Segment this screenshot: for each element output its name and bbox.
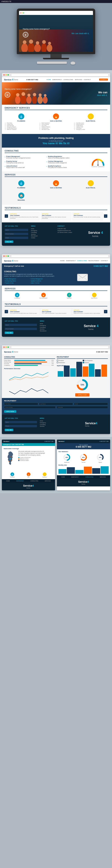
testimonials-next[interactable]: › xyxy=(104,214,107,218)
footer-nav-emergency[interactable]: EMERGENCY xyxy=(16,480,24,482)
contact-button[interactable]: Contact Us xyxy=(99,79,108,81)
footer-nav-consulting[interactable]: CONSULTING xyxy=(30,480,38,482)
consulting-link-1[interactable]: › Project Management xyxy=(4,278,29,280)
coverage-dot-2 xyxy=(18,459,20,460)
imac-hero-left: Having some home emergency? ▶ xyxy=(23,28,50,39)
service-2-building-name: BUILDING xyxy=(5,199,37,201)
footer-3-menu-home[interactable]: Home xyxy=(40,420,72,422)
nav-home[interactable]: HOME xyxy=(47,79,51,81)
testimonials-2-prev[interactable]: ‹ xyxy=(5,310,8,313)
footer-3-name[interactable] xyxy=(5,421,37,423)
browser-2-address[interactable] xyxy=(11,255,109,257)
browser-2-dot-max[interactable] xyxy=(7,255,9,257)
consulting-link-4[interactable]: › Quality/Compliance xyxy=(30,280,55,282)
footer-nav-home[interactable]: HOME xyxy=(6,480,10,482)
nav2-contact[interactable]: CONTACT xyxy=(101,260,108,261)
footer-3-menu-consulting[interactable]: Consulting xyxy=(40,424,72,426)
footer-2-menu-home[interactable]: Home xyxy=(40,323,72,325)
footer-3-phone[interactable] xyxy=(5,425,37,427)
footer-3-menu-services[interactable]: Services xyxy=(40,426,72,427)
footer-2-call-button[interactable]: CALL ME xyxy=(5,332,13,334)
imac-screen-inner: Having some home emergency? ▶ We can dea… xyxy=(19,11,93,52)
progress-row-4: Compliance 65% xyxy=(4,365,55,366)
nav-consulting[interactable]: CONSULTING xyxy=(63,79,73,81)
nav2-consulting[interactable]: CONSULTING xyxy=(77,260,87,261)
nav-services[interactable]: SERVICES xyxy=(75,79,82,81)
nav2-home[interactable]: HOME xyxy=(60,260,64,261)
site-phone: 0 845 5577 992 xyxy=(27,79,38,81)
footer-email-input[interactable] xyxy=(5,237,28,239)
footer-nav-r-consulting[interactable]: CONSULTING xyxy=(85,476,93,478)
line-chart-title: Performance Overview xyxy=(4,368,55,369)
recruitment-lastname[interactable] xyxy=(39,403,73,405)
nav2-emergency[interactable]: EMERGENCY xyxy=(66,260,76,261)
footer-2-menu-services[interactable]: Services xyxy=(40,328,72,330)
footer-menu-recruitment[interactable]: Recruitment xyxy=(31,235,55,237)
svg-point-17 xyxy=(33,93,36,96)
recruitment-trade[interactable] xyxy=(57,406,108,409)
nav2-recruitment[interactable]: RECRUITMENT xyxy=(88,260,99,261)
consulting-link-2[interactable]: › Contract Management xyxy=(30,278,55,280)
gas-list: Boiler Breakdown Central Heating Gas Lea… xyxy=(40,122,72,130)
browser-dot-max[interactable] xyxy=(7,74,9,75)
browser-dot-min[interactable] xyxy=(5,74,7,75)
hero-play-btn[interactable]: ▶ xyxy=(5,92,10,98)
progress-row-2: Building Regs 90% xyxy=(4,362,55,363)
wide-dot-max[interactable] xyxy=(7,346,9,348)
nav-contact[interactable]: CONTACT xyxy=(84,79,91,81)
footer-2-suffix: home. xyxy=(84,328,99,330)
footer-2-name-input[interactable] xyxy=(5,324,37,326)
footer-nav-r-home[interactable]: HOME xyxy=(61,476,65,478)
spread-gas-label: Gas xyxy=(28,476,29,478)
browser-dot-close[interactable] xyxy=(3,74,5,75)
footer-3-btn[interactable]: CALL ME xyxy=(5,429,13,431)
footer-name-input[interactable] xyxy=(5,229,28,231)
browser-2-dot-min[interactable] xyxy=(5,255,7,257)
testimonials-2-next[interactable]: › xyxy=(104,310,107,313)
testimonials-prev[interactable]: ‹ xyxy=(5,214,8,218)
wide-dot-min[interactable] xyxy=(5,346,7,348)
testimonial-2-3-stars: ★★★★☆ xyxy=(74,309,102,311)
footer-2-menu-recruitment[interactable]: Recruitment xyxy=(40,330,72,332)
consulting-link-3[interactable]: › Building Regulations xyxy=(4,280,29,282)
footer-menu-home[interactable]: Home xyxy=(31,228,55,230)
recruitment-firstname[interactable] xyxy=(4,403,38,405)
wide-dot-close[interactable] xyxy=(3,346,5,348)
footer-call-button[interactable]: CALL ME xyxy=(5,241,13,243)
browser-2-dot-close[interactable] xyxy=(3,255,5,257)
nav-emergency[interactable]: EMERGENCY xyxy=(52,79,62,81)
apply-button[interactable]: APPLY NOW xyxy=(75,393,90,397)
footer-2-menu-consulting[interactable]: Consulting xyxy=(40,327,72,329)
consulting-item-3: › Property Survey Full property surveys … xyxy=(5,160,45,164)
footer-2-phone-input[interactable] xyxy=(5,328,37,330)
consulting-item-5: › Labour/Contract Supply of labour and c… xyxy=(5,165,45,168)
spread-left-info: Emergency? Call: 0 845 5577 992 xyxy=(2,443,55,446)
footer-menu-emergency[interactable]: Emergency xyxy=(31,230,55,231)
footer-menu-consulting[interactable]: Consulting xyxy=(31,231,55,234)
wide-address[interactable] xyxy=(11,346,109,348)
consulting-link-6[interactable]: › Labour Contract xyxy=(30,282,55,284)
imac-play-button[interactable]: ▶ xyxy=(23,32,28,37)
footer-menu-contact[interactable]: Contact xyxy=(31,237,55,239)
emergency-section-title: EMERGENCY SERVICES xyxy=(5,107,30,109)
footer-nav-r-emergency[interactable]: EMERGENCY xyxy=(71,476,79,478)
svg-point-8 xyxy=(47,44,52,52)
footer-nav-services[interactable]: SERVICES xyxy=(45,480,51,482)
recruitment-email[interactable] xyxy=(74,403,108,405)
recruitment-phone[interactable] xyxy=(4,406,56,409)
footer-nav-r-services[interactable]: SERVICES xyxy=(100,476,106,478)
footer-menu-services[interactable]: Services xyxy=(31,234,55,235)
spread-right-footer-logo-text: Service4 xyxy=(58,480,109,483)
footer-3-menu-emergency[interactable]: Emergency xyxy=(40,422,72,424)
footer-2-menu-emergency[interactable]: Emergency xyxy=(40,325,72,327)
consulting-text-1: We provide full project management servi… xyxy=(6,157,30,159)
browser-address-bar[interactable] xyxy=(11,74,109,76)
consulting-link-5[interactable]: › Property Survey xyxy=(4,282,29,284)
footer-3-logo-suffix: home. xyxy=(85,425,97,427)
recruitment-submit[interactable]: APPLY NOW xyxy=(4,410,16,413)
site-logo-2: Service 4 home xyxy=(4,259,18,262)
wide-left-col: CONSULTING Project Mgmt 85% Building Reg… xyxy=(4,356,55,397)
consulting-item-2: › Building Regulations Advice on all bui… xyxy=(47,156,87,159)
footer-phone-input[interactable] xyxy=(5,233,28,235)
testimonials-row-2: ★★★★★ John Customer Very professional an… xyxy=(9,308,103,315)
